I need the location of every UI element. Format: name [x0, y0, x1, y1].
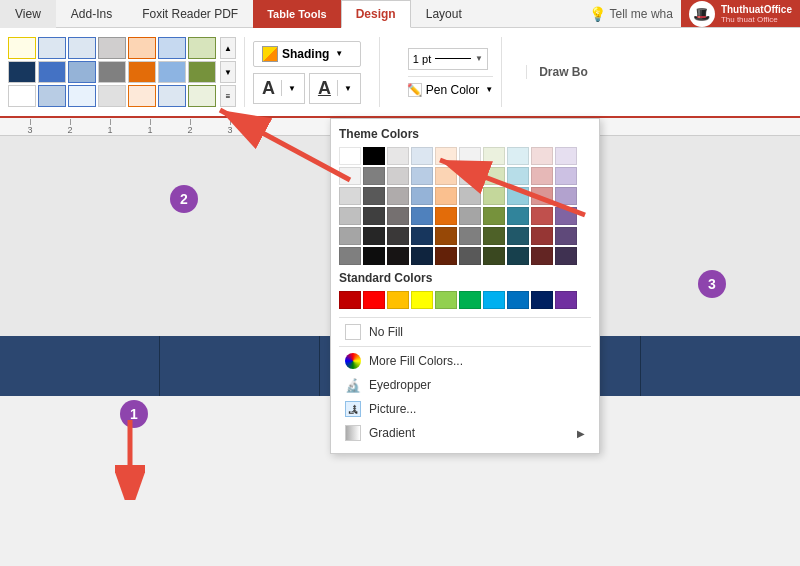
menu-more-colors[interactable]: More Fill Colors...: [339, 349, 591, 373]
color-gr24[interactable]: [459, 207, 481, 225]
tell-me-bar[interactable]: 💡 Tell me wha: [581, 6, 681, 22]
color-org4[interactable]: [435, 207, 457, 225]
color-red2[interactable]: [531, 167, 553, 185]
gallery-item-16[interactable]: [38, 85, 66, 107]
gallery-item-20[interactable]: [158, 85, 186, 107]
color-grn2[interactable]: [483, 167, 505, 185]
tab-design[interactable]: Design: [341, 0, 411, 28]
gallery-item-1[interactable]: [8, 37, 36, 59]
shading-button[interactable]: Shading ▼: [253, 41, 361, 67]
gallery-item-9[interactable]: [38, 61, 66, 83]
color-gr26[interactable]: [459, 247, 481, 265]
gallery-item-2[interactable]: [38, 37, 66, 59]
color-teal5[interactable]: [507, 227, 529, 245]
color-grn5[interactable]: [483, 227, 505, 245]
color-blue6[interactable]: [411, 247, 433, 265]
color-gr22[interactable]: [459, 167, 481, 185]
std-color-yellow[interactable]: [411, 291, 433, 309]
gallery-item-4[interactable]: [98, 37, 126, 59]
color-grn4[interactable]: [483, 207, 505, 225]
font-a-button[interactable]: A ▼: [253, 73, 305, 104]
color-org2[interactable]: [435, 167, 457, 185]
color-gray3[interactable]: [339, 207, 361, 225]
color-teal4[interactable]: [507, 207, 529, 225]
color-red4[interactable]: [531, 207, 553, 225]
color-gray4[interactable]: [339, 227, 361, 245]
color-org6[interactable]: [435, 247, 457, 265]
tab-layout[interactable]: Layout: [411, 0, 477, 28]
color-ltgray3[interactable]: [387, 187, 409, 205]
gallery-item-7[interactable]: [188, 37, 216, 59]
gallery-item-11[interactable]: [98, 61, 126, 83]
font-a2-button[interactable]: A ▼: [309, 73, 361, 104]
tab-view[interactable]: View: [0, 0, 56, 28]
color-blkgray2[interactable]: [363, 187, 385, 205]
gallery-item-15[interactable]: [8, 85, 36, 107]
menu-picture[interactable]: 🏞 Picture...: [339, 397, 591, 421]
color-blkgray1[interactable]: [363, 167, 385, 185]
gallery-item-17[interactable]: [68, 85, 96, 107]
std-color-blue[interactable]: [507, 291, 529, 309]
gallery-item-6[interactable]: [158, 37, 186, 59]
color-blkgray3[interactable]: [363, 207, 385, 225]
gallery-item-14[interactable]: [188, 61, 216, 83]
color-org3[interactable]: [435, 187, 457, 205]
color-pur3[interactable]: [555, 187, 577, 205]
color-gr21[interactable]: [459, 147, 481, 165]
color-gray2[interactable]: [339, 187, 361, 205]
std-color-purple[interactable]: [555, 291, 577, 309]
color-red1[interactable]: [531, 147, 553, 165]
color-pur2[interactable]: [555, 167, 577, 185]
color-blue2[interactable]: [411, 167, 433, 185]
color-blkgray5[interactable]: [363, 247, 385, 265]
color-pur4[interactable]: [555, 207, 577, 225]
color-teal2[interactable]: [507, 167, 529, 185]
gallery-item-12[interactable]: [128, 61, 156, 83]
color-blkgray4[interactable]: [363, 227, 385, 245]
color-blue1[interactable]: [411, 147, 433, 165]
color-pur6[interactable]: [555, 247, 577, 265]
menu-eyedropper[interactable]: 🔬 Eyedropper: [339, 373, 591, 397]
color-teal3[interactable]: [507, 187, 529, 205]
gallery-scroll-down[interactable]: ▼: [220, 61, 236, 83]
color-red3[interactable]: [531, 187, 553, 205]
color-org5[interactable]: [435, 227, 457, 245]
color-black[interactable]: [363, 147, 385, 165]
color-org1[interactable]: [435, 147, 457, 165]
color-grn3[interactable]: [483, 187, 505, 205]
gallery-expand[interactable]: ≡: [220, 85, 236, 107]
std-color-orange[interactable]: [387, 291, 409, 309]
color-grn1[interactable]: [483, 147, 505, 165]
color-red5[interactable]: [531, 227, 553, 245]
color-ltgray1[interactable]: [387, 147, 409, 165]
color-gray1[interactable]: [339, 167, 361, 185]
color-white[interactable]: [339, 147, 361, 165]
pen-color-button[interactable]: ✏️ Pen Color ▼: [408, 83, 493, 97]
std-color-ltgreen[interactable]: [435, 291, 457, 309]
gallery-item-5[interactable]: [128, 37, 156, 59]
tab-addins[interactable]: Add-Ins: [56, 0, 127, 28]
color-gr23[interactable]: [459, 187, 481, 205]
tab-foxit[interactable]: Foxit Reader PDF: [127, 0, 253, 28]
std-color-green[interactable]: [459, 291, 481, 309]
color-blue4[interactable]: [411, 207, 433, 225]
color-gray5[interactable]: [339, 247, 361, 265]
color-ltgray6[interactable]: [387, 247, 409, 265]
color-blue3[interactable]: [411, 187, 433, 205]
color-teal1[interactable]: [507, 147, 529, 165]
color-pur1[interactable]: [555, 147, 577, 165]
gallery-item-19[interactable]: [128, 85, 156, 107]
color-blue5[interactable]: [411, 227, 433, 245]
color-ltgray2[interactable]: [387, 167, 409, 185]
std-color-ltblue[interactable]: [483, 291, 505, 309]
std-color-red[interactable]: [363, 291, 385, 309]
gallery-item-10[interactable]: [68, 61, 96, 83]
color-gr25[interactable]: [459, 227, 481, 245]
gallery-item-3[interactable]: [68, 37, 96, 59]
std-color-dkblue[interactable]: [531, 291, 553, 309]
color-pur5[interactable]: [555, 227, 577, 245]
gallery-item-18[interactable]: [98, 85, 126, 107]
color-ltgray5[interactable]: [387, 227, 409, 245]
gallery-item-13[interactable]: [158, 61, 186, 83]
color-ltgray4[interactable]: [387, 207, 409, 225]
